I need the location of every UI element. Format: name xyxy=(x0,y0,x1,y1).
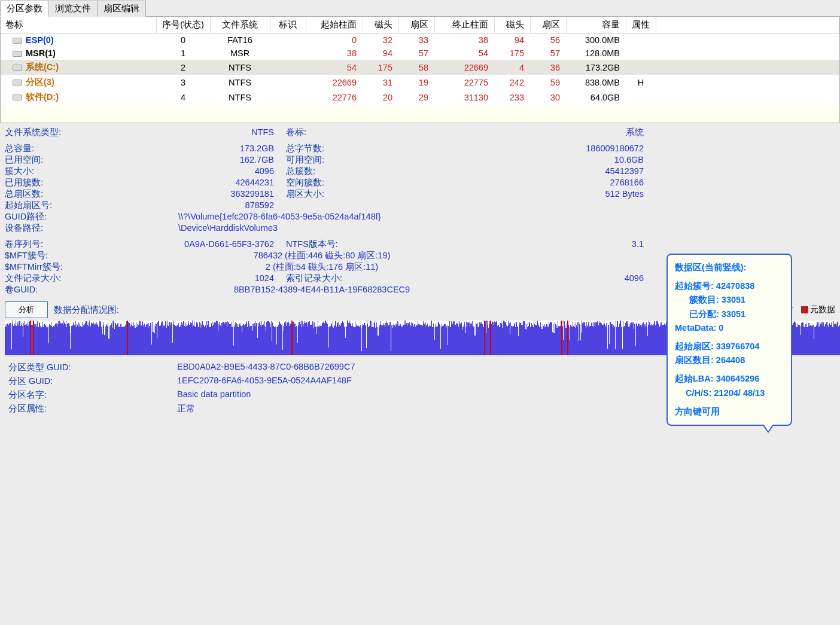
tooltip-sector-count: 扇区数目: 264408 xyxy=(675,353,784,367)
lab-vol: 卷标: xyxy=(286,127,358,138)
val-totclu: 45412397 xyxy=(358,166,835,177)
tooltip-allocated: 已分配: 33051 xyxy=(675,307,784,321)
lab-mftmirr: $MFTMirr簇号: xyxy=(5,261,77,273)
lab-totcap: 总容量: xyxy=(5,143,77,154)
table-row[interactable]: 分区(3)3NTFS2266931192277524259838.0MBH xyxy=(1,75,839,90)
col-end-head[interactable]: 磁头 xyxy=(494,17,530,33)
disk-icon xyxy=(13,65,22,71)
lab-totsec: 总扇区数: xyxy=(5,188,77,200)
lab-clusize: 簇大小: xyxy=(5,166,77,177)
lab-pt-guid: 分区类型 GUID: xyxy=(6,361,174,374)
val-freeclu: 2768166 xyxy=(358,177,835,188)
col-index[interactable]: 序号(状态) xyxy=(156,17,210,33)
val-devpath: \Device\HarddiskVolume3 xyxy=(77,222,278,234)
table-row[interactable]: ESP(0)0FAT1603233389456300.0MB xyxy=(1,33,839,47)
disk-icon xyxy=(13,51,22,57)
tooltip-chs: C/H/S: 21204/ 48/13 xyxy=(675,386,784,400)
val-mft: 786432 (柱面:446 磁头:80 扇区:19) xyxy=(77,250,567,261)
lab-mft: $MFT簇号: xyxy=(5,250,77,261)
val-guidpath: \\?\Volume{1efc2078-6fa6-4053-9e5a-0524a… xyxy=(77,211,381,222)
lab-fstype: 文件系统类型: xyxy=(5,127,77,138)
legend-metadata: 元数据 xyxy=(801,304,835,315)
table-row[interactable]: 软件(D:)4NTFS227762029311302333064.0GB xyxy=(1,90,839,105)
val-mftmirr: 2 (柱面:54 磁头:176 扇区:11) xyxy=(77,261,567,273)
lab-freeclu: 空闲簇数: xyxy=(286,177,358,188)
col-end-cyl[interactable]: 终止柱面 xyxy=(434,17,494,33)
disk-icon xyxy=(13,80,22,86)
col-flag[interactable]: 标识 xyxy=(270,17,306,33)
lab-used: 已用空间: xyxy=(5,154,77,166)
col-attr[interactable]: 属性 xyxy=(626,17,656,33)
tooltip-arrow-hint: 方向键可用 xyxy=(675,405,784,419)
val-pt-guid: EBD0A0A2-B9E5-4433-87C0-68B6B72699C7 xyxy=(175,361,357,374)
tab-browse-files[interactable]: 浏览文件 xyxy=(48,1,98,17)
table-row[interactable]: MSR(1)1MSR3894575417557128.0MB xyxy=(1,47,839,60)
val-pg-guid: 1EFC2078-6FA6-4053-9E5A-0524A4AF148F xyxy=(175,375,357,388)
val-ntfsver: 3.1 xyxy=(358,239,835,250)
table-row[interactable]: 系统(C:)2NTFS541755822669436173.2GB xyxy=(1,60,839,75)
val-secsize: 512 Bytes xyxy=(358,188,835,200)
val-startsec: 878592 xyxy=(77,200,286,211)
tab-sector-edit[interactable]: 扇区编辑 xyxy=(97,1,146,17)
val-pn: Basic data partition xyxy=(175,389,357,401)
lab-pa: 分区属性: xyxy=(6,403,174,415)
lab-startsec: 起始扇区号: xyxy=(5,200,77,211)
disk-icon xyxy=(13,38,22,44)
val-serial: 0A9A-D661-65F3-3762 xyxy=(77,239,286,250)
lab-secsize: 扇区大小: xyxy=(286,188,358,200)
tooltip-cluster-count: 簇数目: 33051 xyxy=(675,293,784,307)
col-fs[interactable]: 文件系统 xyxy=(210,17,270,33)
tooltip-start-sector: 起始扇区: 339766704 xyxy=(675,340,784,353)
lab-free: 可用空间: xyxy=(286,154,358,166)
tooltip-title: 数据区(当前竖线): xyxy=(675,261,784,275)
val-fstype: NTFS xyxy=(77,127,286,138)
partition-table-wrap: 卷标 序号(状态) 文件系统 标识 起始柱面 磁头 扇区 终止柱面 磁头 扇区 … xyxy=(0,17,840,123)
val-totcap: 173.2GB xyxy=(77,143,286,154)
lab-guidpath: GUID路径: xyxy=(5,211,77,222)
val-free: 10.6GB xyxy=(358,154,835,166)
tab-partition-params[interactable]: 分区参数 xyxy=(0,1,49,17)
lab-usedclu: 已用簇数: xyxy=(5,177,77,188)
col-capacity[interactable]: 容量 xyxy=(566,17,626,33)
tab-bar: 分区参数 浏览文件 扇区编辑 xyxy=(0,0,840,17)
lab-volguid: 卷GUID: xyxy=(5,284,77,295)
col-end-sec[interactable]: 扇区 xyxy=(530,17,566,33)
tooltip-start-lba: 起始LBA: 340645296 xyxy=(675,372,784,386)
val-clusize: 4096 xyxy=(77,166,286,177)
val-pa: 正常 xyxy=(175,403,357,415)
gpt-info: 分区类型 GUID:EBD0A0A2-B9E5-4433-87C0-68B6B7… xyxy=(5,360,358,416)
disk-icon xyxy=(13,94,22,100)
lab-ntfsver: NTFS版本号: xyxy=(286,239,358,250)
lab-serial: 卷序列号: xyxy=(5,239,77,250)
col-spacer xyxy=(656,17,839,33)
val-totbytes: 186009180672 xyxy=(358,143,835,154)
fs-info-panel: 文件系统类型: NTFS 卷标: 系统 总容量: 173.2GB 总字节数: 1… xyxy=(0,123,840,419)
col-start-sec[interactable]: 扇区 xyxy=(398,17,434,33)
analyze-button[interactable]: 分析 xyxy=(5,301,48,318)
val-volguid: 8BB7B152-4389-4E44-B11A-19F68283CEC9 xyxy=(77,284,567,295)
lab-pg-guid: 分区 GUID: xyxy=(6,375,174,388)
lab-totclu: 总簇数: xyxy=(286,166,358,177)
partition-table: 卷标 序号(状态) 文件系统 标识 起始柱面 磁头 扇区 终止柱面 磁头 扇区 … xyxy=(1,17,839,105)
val-usedclu: 42644231 xyxy=(77,177,286,188)
col-start-cyl[interactable]: 起始柱面 xyxy=(306,17,363,33)
col-volume[interactable]: 卷标 xyxy=(1,17,156,33)
val-vol: 系统 xyxy=(358,127,835,138)
val-totsec: 363299181 xyxy=(77,188,286,200)
lab-pn: 分区名字: xyxy=(6,389,174,401)
chart-tooltip: 数据区(当前竖线): 起始簇号: 42470838 簇数目: 33051 已分配… xyxy=(666,254,792,426)
tooltip-metadata: MetaData: 0 xyxy=(675,321,784,335)
lab-fr: 文件记录大小: xyxy=(5,273,77,284)
tooltip-start-cluster: 起始簇号: 42470838 xyxy=(675,279,784,293)
val-fr: 1024 xyxy=(77,273,286,284)
lab-totbytes: 总字节数: xyxy=(286,143,358,154)
lab-devpath: 设备路径: xyxy=(5,222,77,234)
col-start-head[interactable]: 磁头 xyxy=(363,17,398,33)
chart-label: 数据分配情况图: xyxy=(54,304,119,316)
lab-idx: 索引记录大小: xyxy=(286,273,358,284)
val-used: 162.7GB xyxy=(77,154,286,166)
